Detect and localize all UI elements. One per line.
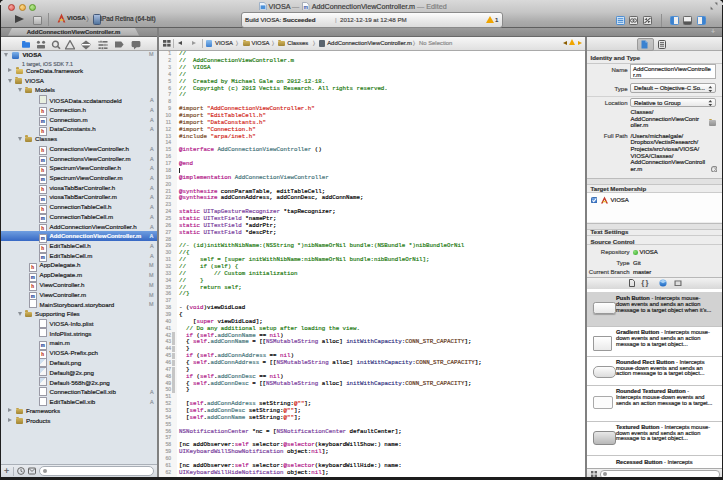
svg-text:m: m — [304, 4, 309, 10]
